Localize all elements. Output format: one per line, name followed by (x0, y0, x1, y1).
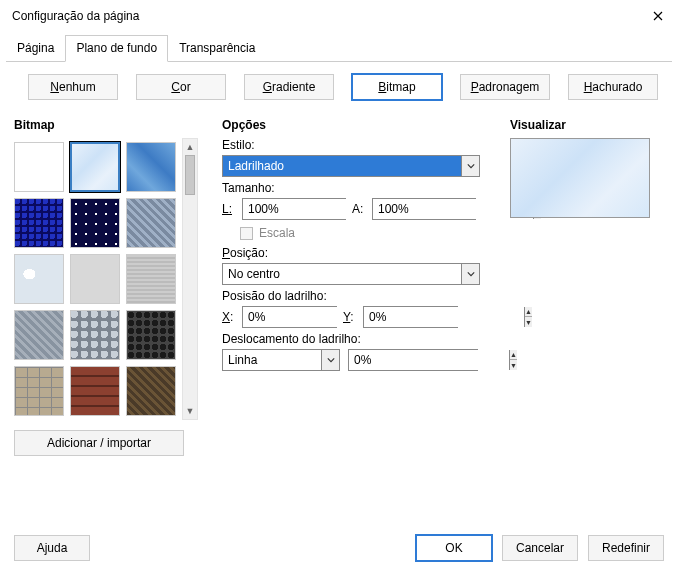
offset-label: Deslocamento do ladrilho: (222, 332, 492, 346)
bitmap-gallery (14, 138, 176, 420)
dialog-footer: Ajuda OK Cancelar Redefinir (14, 535, 664, 561)
style-value: Ladrilhado (223, 156, 461, 176)
style-combo[interactable]: Ladrilhado (222, 155, 480, 177)
titlebar: Configuração da página (0, 0, 678, 30)
tab-transparency[interactable]: Transparência (168, 35, 266, 62)
mode-bitmap-button[interactable]: Bitmap (352, 74, 442, 100)
y-spin[interactable]: ▲▼ (363, 306, 458, 328)
scroll-thumb[interactable] (185, 155, 195, 195)
cancel-button[interactable]: Cancelar (502, 535, 578, 561)
checkbox-box (240, 227, 253, 240)
height-input[interactable] (373, 199, 533, 219)
ok-button[interactable]: OK (416, 535, 492, 561)
bitmap-thumb[interactable] (70, 198, 120, 248)
tabstrip: Página Plano de fundo Transparência (6, 34, 672, 61)
fill-mode-row: Nenhum Cor Gradiente Bitmap Padronagem H… (14, 74, 664, 100)
add-import-label-rest: dicionar / importar (55, 436, 151, 450)
tab-page[interactable]: Página (6, 35, 65, 62)
bitmap-thumb[interactable] (126, 310, 176, 360)
preview-swatch (510, 138, 650, 218)
bitmap-thumb[interactable] (126, 254, 176, 304)
position-combo[interactable]: No centro (222, 263, 480, 285)
bitmap-thumb[interactable] (126, 366, 176, 416)
options-column: Opções Estilo: Ladrilhado Tamanho: L: ▲▼… (222, 118, 492, 456)
width-spin[interactable]: ▲▼ (242, 198, 346, 220)
scroll-down-icon[interactable]: ▼ (184, 405, 196, 417)
bitmap-column: Bitmap (14, 118, 204, 456)
width-label: L: (222, 202, 236, 216)
tab-content: Nenhum Cor Gradiente Bitmap Padronagem H… (0, 62, 678, 456)
scale-label: Escala (259, 226, 295, 240)
offset-mode-value: Linha (223, 350, 321, 370)
bitmap-thumb[interactable] (70, 254, 120, 304)
mode-color-button[interactable]: Cor (136, 74, 226, 100)
bitmap-thumb[interactable] (14, 142, 64, 192)
bitmap-thumb[interactable] (14, 198, 64, 248)
bitmap-thumb[interactable] (126, 198, 176, 248)
mode-gradient-button[interactable]: Gradiente (244, 74, 334, 100)
offset-spin[interactable]: ▲▼ (348, 349, 478, 371)
columns: Bitmap (14, 118, 664, 456)
mode-hatch-button[interactable]: Hachurado (568, 74, 658, 100)
height-spin[interactable]: ▲▼ (372, 198, 476, 220)
y-label: Y: (343, 310, 357, 324)
size-label: Tamanho: (222, 181, 492, 195)
bitmap-thumb[interactable] (14, 310, 64, 360)
options-section-title: Opções (222, 118, 492, 132)
chevron-down-icon[interactable] (461, 156, 479, 176)
gallery-scrollbar[interactable]: ▲ ▼ (182, 138, 198, 420)
chevron-down-icon[interactable] (321, 350, 339, 370)
tab-background[interactable]: Plano de fundo (65, 35, 168, 62)
tilepos-label: Posisão do ladrilho: (222, 289, 492, 303)
preview-column: Visualizar (510, 118, 664, 456)
add-import-button[interactable]: Adicionar / importar (14, 430, 184, 456)
scale-checkbox: Escala (240, 226, 492, 240)
position-label: Posição: (222, 246, 492, 260)
offset-mode-combo[interactable]: Linha (222, 349, 340, 371)
style-label: Estilo: (222, 138, 492, 152)
bitmap-thumb-selected[interactable] (70, 142, 120, 192)
x-spin[interactable]: ▲▼ (242, 306, 337, 328)
bitmap-section-title: Bitmap (14, 118, 204, 132)
bitmap-thumb[interactable] (14, 254, 64, 304)
page-setup-dialog: Configuração da página Página Plano de f… (0, 0, 678, 575)
help-button[interactable]: Ajuda (14, 535, 90, 561)
mode-pattern-button[interactable]: Padronagem (460, 74, 550, 100)
close-icon (653, 11, 663, 21)
bitmap-thumb[interactable] (70, 310, 120, 360)
y-input[interactable] (364, 307, 524, 327)
close-button[interactable] (650, 8, 666, 24)
reset-button[interactable]: Redefinir (588, 535, 664, 561)
mode-none-button[interactable]: Nenhum (28, 74, 118, 100)
window-title: Configuração da página (12, 9, 139, 23)
x-label: X: (222, 310, 236, 324)
height-label: A: (352, 202, 366, 216)
bitmap-thumb[interactable] (70, 366, 120, 416)
bitmap-thumb[interactable] (14, 366, 64, 416)
bitmap-thumb[interactable] (126, 142, 176, 192)
chevron-down-icon[interactable] (461, 264, 479, 284)
preview-section-title: Visualizar (510, 118, 664, 132)
offset-input[interactable] (349, 350, 509, 370)
position-value: No centro (223, 264, 461, 284)
scroll-up-icon[interactable]: ▲ (184, 141, 196, 153)
